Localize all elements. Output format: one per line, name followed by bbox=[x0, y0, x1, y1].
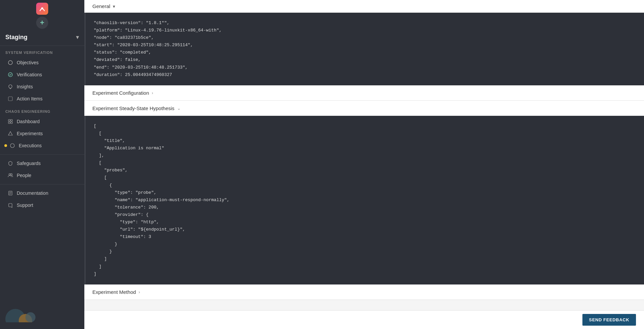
svg-marker-10 bbox=[8, 132, 12, 135]
sidebar-divider-1 bbox=[0, 154, 84, 155]
section-header-experiment-configuration[interactable]: Experiment Configuration › bbox=[84, 85, 644, 101]
sidebar: + Staging ▾ SYSTEM VERIFICATION Objectiv… bbox=[0, 0, 84, 329]
sidebar-item-safeguards[interactable]: Safeguards bbox=[2, 158, 82, 169]
section-label-experiment-method: Experiment Method bbox=[92, 289, 136, 295]
documentation-icon bbox=[7, 190, 13, 196]
svg-point-0 bbox=[41, 7, 43, 9]
insights-icon bbox=[7, 84, 13, 90]
chevron-right-icon-config: › bbox=[152, 90, 153, 95]
app-logo[interactable] bbox=[36, 3, 48, 15]
general-code-block: "chaoslib-version": "1.8.1"", "platform"… bbox=[84, 13, 644, 85]
svg-rect-9 bbox=[11, 122, 12, 124]
sidebar-item-label-insights: Insights bbox=[17, 84, 33, 89]
sidebar-item-support[interactable]: Support bbox=[2, 199, 82, 211]
svg-point-1 bbox=[8, 61, 12, 65]
objectives-icon bbox=[7, 60, 13, 66]
svg-rect-8 bbox=[8, 122, 10, 124]
sidebar-item-label-verifications: Verifications bbox=[17, 72, 42, 77]
system-verification-label: SYSTEM VERIFICATION bbox=[0, 46, 84, 57]
toolbar-label: General bbox=[92, 3, 110, 9]
svg-rect-7 bbox=[11, 119, 12, 121]
execution-dot-indicator bbox=[4, 144, 7, 147]
executions-icon bbox=[9, 143, 15, 149]
chaos-engineering-label: CHAOS ENGINEERING bbox=[0, 105, 84, 115]
steady-state-code-block: [ [ "title", "Application is normal" ], … bbox=[84, 116, 644, 284]
chevron-down-icon-steady: ⌄ bbox=[177, 106, 181, 111]
sidebar-item-experiments[interactable]: Experiments bbox=[2, 128, 82, 139]
sidebar-item-label-executions: Executions bbox=[19, 143, 42, 148]
section-header-steady-state[interactable]: Experiment Steady-State Hypothesis ⌄ bbox=[84, 101, 644, 116]
sidebar-item-documentation[interactable]: Documentation bbox=[2, 187, 82, 199]
sidebar-item-label-safeguards: Safeguards bbox=[17, 161, 41, 166]
sidebar-item-insights[interactable]: Insights bbox=[2, 81, 82, 92]
svg-point-12 bbox=[9, 174, 11, 175]
experiments-icon bbox=[7, 131, 13, 137]
action-items-icon bbox=[7, 96, 13, 102]
safeguards-icon bbox=[7, 160, 13, 166]
sidebar-item-label-documentation: Documentation bbox=[17, 190, 48, 196]
sidebar-item-people[interactable]: People bbox=[2, 170, 82, 181]
sidebar-item-dashboard[interactable]: Dashboard bbox=[2, 116, 82, 127]
svg-rect-5 bbox=[8, 97, 12, 101]
sidebar-item-executions[interactable]: Executions bbox=[2, 140, 82, 151]
svg-point-13 bbox=[11, 174, 12, 175]
sidebar-item-label-people: People bbox=[17, 173, 31, 178]
sidebar-item-objectives[interactable]: Objectives bbox=[2, 57, 82, 68]
sidebar-bottom-art bbox=[0, 297, 84, 329]
send-feedback-button[interactable]: SEND FEEDBACK bbox=[582, 314, 636, 326]
svg-point-20 bbox=[25, 312, 35, 322]
svg-rect-6 bbox=[8, 119, 10, 121]
svg-point-11 bbox=[10, 144, 14, 148]
workspace-title: Staging bbox=[5, 34, 27, 41]
add-button[interactable]: + bbox=[36, 17, 48, 29]
workspace-header: Staging ▾ bbox=[0, 29, 84, 46]
sidebar-item-verifications[interactable]: Verifications bbox=[2, 69, 82, 80]
sidebar-item-label-support: Support bbox=[17, 202, 33, 208]
sidebar-item-action-items[interactable]: Action Items bbox=[2, 93, 82, 104]
support-icon bbox=[7, 202, 13, 208]
main-content: "chaoslib-version": "1.8.1"", "platform"… bbox=[84, 13, 644, 310]
sidebar-item-label-experiments: Experiments bbox=[17, 131, 43, 136]
sidebar-item-label-dashboard: Dashboard bbox=[17, 119, 40, 124]
section-label-experiment-configuration: Experiment Configuration bbox=[92, 90, 149, 96]
people-icon bbox=[7, 172, 13, 178]
main-toolbar: General ▾ bbox=[84, 0, 644, 13]
chevron-right-icon-method: › bbox=[139, 290, 140, 295]
sidebar-divider-2 bbox=[0, 184, 84, 184]
section-label-steady-state: Experiment Steady-State Hypothesis bbox=[92, 105, 174, 111]
sidebar-item-label-action-items: Action Items bbox=[17, 96, 43, 101]
dashboard-icon bbox=[7, 118, 13, 125]
verifications-icon bbox=[7, 72, 13, 78]
feedback-bar: SEND FEEDBACK bbox=[84, 310, 644, 329]
workspace-chevron[interactable]: ▾ bbox=[76, 33, 79, 41]
main-content-area: General ▾ "chaoslib-version": "1.8.1"", … bbox=[84, 0, 644, 329]
section-header-experiment-method[interactable]: Experiment Method › bbox=[84, 284, 644, 300]
toolbar-chevron[interactable]: ▾ bbox=[113, 4, 115, 9]
sidebar-item-label-objectives: Objectives bbox=[17, 60, 38, 65]
